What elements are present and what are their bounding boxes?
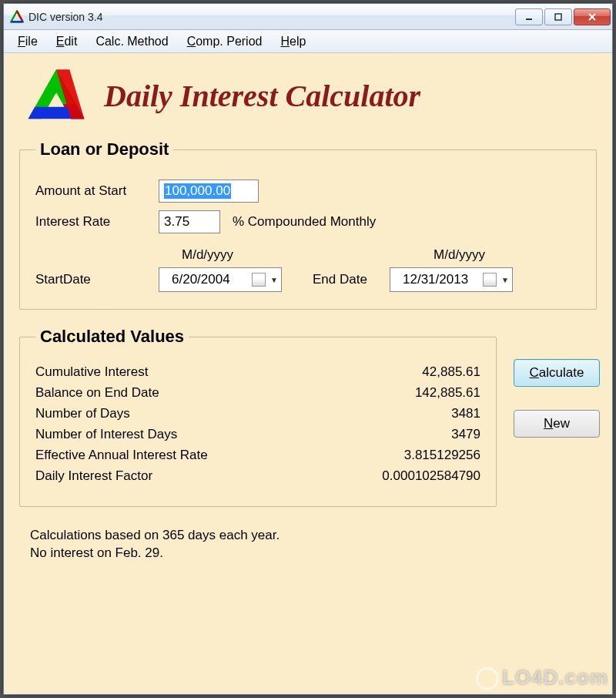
result-value: 3.815129256 bbox=[350, 448, 480, 463]
minimize-icon bbox=[524, 12, 534, 22]
result-label: Cumulative Interest bbox=[35, 364, 350, 380]
start-date-label: StartDate bbox=[35, 272, 159, 287]
result-row: Balance on End Date 142,885.61 bbox=[35, 385, 480, 401]
footer-line-1: Calculations based on 365 days each year… bbox=[30, 527, 592, 545]
footer-line-2: No interest on Feb. 29. bbox=[30, 545, 592, 562]
end-date-value: 12/31/2013 bbox=[403, 272, 478, 287]
maximize-button[interactable] bbox=[544, 8, 572, 25]
results-legend: Calculated Values bbox=[35, 327, 189, 347]
app-window: DIC version 3.4 File Edit Calc. Method C… bbox=[3, 3, 613, 695]
app-title: Daily Interest Calculator bbox=[104, 78, 420, 114]
minimize-button[interactable] bbox=[515, 8, 543, 25]
chevron-down-icon: ▼ bbox=[501, 276, 509, 284]
results-list: Cumulative Interest 42,885.61 Balance on… bbox=[35, 364, 480, 484]
result-label: Daily Interest Factor bbox=[35, 468, 350, 484]
amount-value: 100,000.00 bbox=[164, 183, 231, 199]
footer-note: Calculations based on 365 days each year… bbox=[30, 527, 592, 562]
start-date-format-hint: M/d/yyyy bbox=[182, 247, 233, 263]
end-date-label: End Date bbox=[313, 272, 390, 287]
amount-input[interactable]: 100,000.00 bbox=[159, 180, 259, 203]
menu-calc-method[interactable]: Calc. Method bbox=[86, 32, 177, 52]
result-value: 3479 bbox=[350, 427, 480, 442]
loan-group: Loan or Deposit Amount at Start 100,000.… bbox=[19, 139, 597, 310]
header: Daily Interest Calculator bbox=[16, 62, 600, 132]
result-label: Effective Annual Interest Rate bbox=[35, 448, 350, 463]
svg-marker-1 bbox=[17, 11, 23, 22]
result-row: Number of Days 3481 bbox=[35, 406, 480, 421]
svg-rect-4 bbox=[555, 14, 561, 20]
menu-help[interactable]: Help bbox=[271, 32, 315, 52]
logo-icon bbox=[22, 65, 90, 126]
start-date-picker[interactable]: 6/20/2004 ▼ bbox=[159, 267, 282, 292]
maximize-icon bbox=[554, 12, 563, 22]
result-row: Effective Annual Interest Rate 3.8151292… bbox=[35, 448, 480, 463]
menubar: File Edit Calc. Method Comp. Period Help bbox=[4, 30, 612, 53]
result-value: 42,885.61 bbox=[350, 364, 480, 380]
close-icon bbox=[587, 12, 598, 22]
amount-label: Amount at Start bbox=[35, 183, 159, 199]
result-row: Cumulative Interest 42,885.61 bbox=[35, 364, 480, 380]
result-label: Number of Interest Days bbox=[35, 427, 350, 442]
side-buttons: Calculate New bbox=[514, 324, 600, 438]
end-date-picker[interactable]: 12/31/2013 ▼ bbox=[390, 267, 513, 292]
result-row: Number of Interest Days 3479 bbox=[35, 427, 480, 442]
result-value: 3481 bbox=[350, 406, 480, 421]
result-label: Balance on End Date bbox=[35, 385, 350, 401]
client-area: Daily Interest Calculator Loan or Deposi… bbox=[4, 53, 612, 694]
rate-value: 3.75 bbox=[164, 214, 189, 230]
new-button[interactable]: New bbox=[514, 410, 600, 438]
result-value: 0.000102584790 bbox=[350, 468, 480, 484]
result-label: Number of Days bbox=[35, 406, 350, 421]
menu-comp-period[interactable]: Comp. Period bbox=[178, 32, 272, 52]
calendar-icon bbox=[252, 273, 266, 287]
calendar-icon bbox=[483, 273, 497, 287]
window-title: DIC version 3.4 bbox=[28, 11, 515, 23]
close-button[interactable] bbox=[574, 8, 611, 25]
menu-file[interactable]: File bbox=[8, 32, 47, 52]
titlebar: DIC version 3.4 bbox=[4, 4, 612, 30]
calculate-button[interactable]: Calculate bbox=[514, 359, 600, 387]
rate-input[interactable]: 3.75 bbox=[159, 210, 220, 233]
start-date-value: 6/20/2004 bbox=[172, 272, 247, 287]
rate-label: Interest Rate bbox=[35, 214, 159, 230]
result-value: 142,885.61 bbox=[350, 385, 480, 401]
end-date-format-hint: M/d/yyyy bbox=[434, 247, 485, 263]
menu-edit[interactable]: Edit bbox=[47, 32, 87, 52]
chevron-down-icon: ▼ bbox=[270, 276, 278, 284]
rate-suffix: % Compounded Monthly bbox=[233, 214, 376, 230]
loan-legend: Loan or Deposit bbox=[35, 139, 173, 159]
window-controls bbox=[515, 8, 611, 25]
result-row: Daily Interest Factor 0.000102584790 bbox=[35, 468, 480, 484]
app-icon bbox=[10, 10, 24, 24]
results-group: Calculated Values Cumulative Interest 42… bbox=[19, 327, 497, 507]
